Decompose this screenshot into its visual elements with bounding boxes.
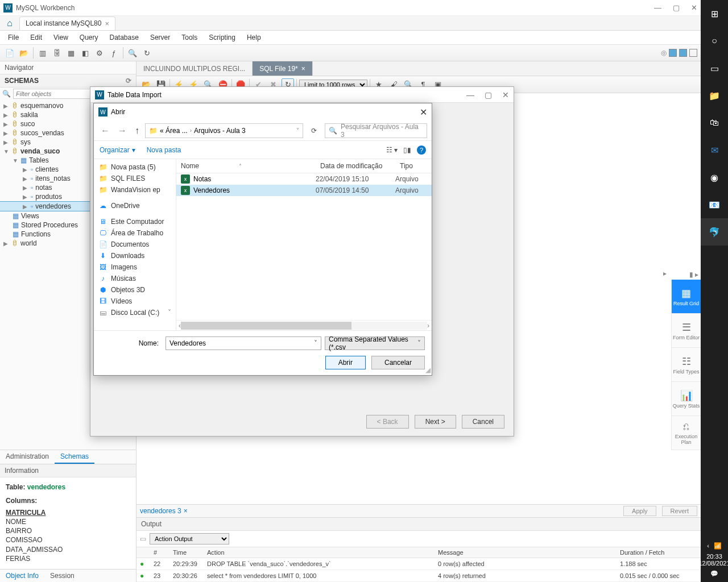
schema-item-active[interactable]: venda_suco (20, 147, 60, 155)
col-action[interactable]: Action (204, 547, 435, 558)
view-mode-icon[interactable]: ☷ ▾ (386, 146, 398, 154)
wizard-minimize-icon[interactable]: — (466, 90, 474, 99)
table-item[interactable]: produtos (35, 193, 62, 201)
views-node[interactable]: Views (21, 212, 39, 220)
schema-item[interactable]: world (20, 239, 37, 247)
col-duration[interactable]: Duration / Fetch (617, 547, 690, 558)
open-button[interactable]: Abrir (325, 356, 366, 369)
output-row[interactable]: ● 22 20:29:39 DROP TABLE `venda_suco`.`v… (136, 558, 701, 570)
sidebar-item[interactable]: SQL FILES (111, 174, 145, 182)
chevron-right-icon[interactable]: › (190, 127, 192, 134)
scroll-right-icon[interactable]: ▸ (663, 269, 667, 277)
help-icon[interactable]: ? (417, 146, 426, 155)
create-table-icon[interactable]: ▦ (65, 47, 77, 59)
panel-toggle-3[interactable] (689, 49, 697, 57)
wifi-icon[interactable]: 📶 (714, 542, 722, 550)
output-type-select[interactable]: Action Output (150, 533, 229, 544)
notification-icon[interactable]: 💬 (710, 570, 718, 577)
chevron-down-icon[interactable]: ˅ (296, 127, 299, 134)
sidepanel-grip[interactable]: ▮ ▸ (671, 269, 701, 280)
close-tab-icon[interactable]: × (184, 507, 188, 515)
sidebar-item[interactable]: Músicas (111, 275, 136, 282)
panel-toggle-2[interactable] (679, 49, 687, 57)
organize-menu[interactable]: Organizar▾ (100, 146, 135, 154)
table-item-selected[interactable]: vendedores (35, 202, 71, 210)
search-table-icon[interactable]: 🔍 (126, 47, 139, 59)
minimize-button[interactable]: — (654, 3, 661, 12)
sort-asc-icon[interactable]: ˄ (239, 163, 242, 169)
tables-node[interactable]: Tables (29, 156, 49, 164)
sidebar-item[interactable]: Documentos (111, 240, 149, 248)
result-grid-btn[interactable]: ▦Result Grid (671, 280, 701, 314)
menu-scripting[interactable]: Scripting (204, 32, 240, 43)
chevron-down-icon[interactable]: ˅ (168, 309, 171, 317)
sidebar-item[interactable]: Nova pasta (5) (111, 163, 156, 171)
create-func-icon[interactable]: ƒ (107, 47, 120, 59)
reconnect-icon[interactable]: ↻ (140, 47, 153, 59)
menu-query[interactable]: Query (75, 32, 103, 43)
schema-item[interactable]: sys (20, 138, 31, 146)
table-item[interactable]: clientes (35, 165, 59, 173)
wizard-maximize-icon[interactable]: ▢ (485, 90, 492, 99)
editor-tab[interactable]: INCLUINDO MULTIPLOS REGI... (136, 61, 253, 76)
start-button[interactable]: ⊞ (701, 0, 728, 27)
cancel-button[interactable]: Cancel (462, 415, 504, 429)
sidebar-item[interactable]: Imagens (111, 263, 137, 271)
menu-tools[interactable]: Tools (177, 32, 202, 43)
nav-back-icon[interactable]: ← (98, 126, 112, 136)
col-name[interactable]: Nome (181, 162, 199, 170)
tray-expand-icon[interactable]: ‹ (707, 542, 709, 550)
clock-date[interactable]: 12/08/2021 (698, 560, 728, 567)
form-editor-btn[interactable]: ☰Form Editor (671, 314, 701, 348)
resize-grip[interactable]: ◢ (425, 366, 431, 374)
filedlg-close-icon[interactable]: ✕ (420, 107, 427, 118)
create-proc-icon[interactable]: ⚙ (93, 47, 106, 59)
sidebar-item[interactable]: Vídeos (111, 297, 132, 305)
nav-up-icon[interactable]: ↑ (133, 126, 142, 136)
schema-item[interactable]: sucos_vendas (20, 129, 64, 137)
close-tab-icon[interactable]: × (105, 19, 109, 28)
next-button[interactable]: Next > (415, 415, 456, 429)
cancel-button[interactable]: Cancelar (371, 356, 425, 369)
funcs-node[interactable]: Functions (21, 230, 51, 238)
nav-tab-schemas[interactable]: Schemas (55, 450, 94, 464)
horizontal-scrollbar[interactable]: ‹ › (176, 320, 432, 330)
apply-button[interactable]: Apply (623, 506, 656, 516)
scrollbar-thumb[interactable] (181, 322, 351, 330)
home-button[interactable]: ⌂ (0, 16, 19, 31)
model-icon[interactable]: ▥ (36, 47, 49, 59)
table-item[interactable]: notas (35, 184, 52, 192)
sidebar-item[interactable]: WandaVision ep (111, 186, 160, 194)
procs-node[interactable]: Stored Procedures (21, 221, 78, 229)
schema-item[interactable]: suco (20, 120, 35, 128)
maximize-button[interactable]: ▢ (673, 3, 680, 12)
filetype-select[interactable]: Comma Separated Values (*.csv ˅ (325, 336, 425, 350)
file-row[interactable]: xNotas 22/04/2019 15:10 Arquivo (176, 173, 432, 185)
close-button[interactable]: ✕ (691, 3, 697, 12)
sidebar-item[interactable]: Área de Trabalho (111, 229, 163, 237)
chevron-down-icon[interactable]: ˅ (417, 339, 421, 347)
col-date[interactable]: Data de modificação (316, 159, 395, 173)
sidebar[interactable]: 📁Nova pasta (5) 📁SQL FILES 📁WandaVision … (94, 159, 176, 330)
store-icon[interactable]: 🛍 (701, 109, 728, 136)
sidebar-item[interactable]: Objetos 3D (111, 286, 145, 294)
field-types-btn[interactable]: ☷Field Types (671, 348, 701, 382)
breadcrumb-part[interactable]: Arquivos - Aula 3 (194, 127, 246, 135)
col-message[interactable]: Message (435, 547, 617, 558)
revert-button[interactable]: Revert (662, 506, 697, 516)
filename-input[interactable]: Vendedores ˅ (166, 336, 321, 350)
table-item[interactable]: itens_notas (35, 174, 70, 182)
editor-tab-active[interactable]: SQL File 19*× (253, 61, 313, 76)
clock-time[interactable]: 20:33 (706, 553, 722, 560)
preview-pane-icon[interactable]: ▯▮ (403, 146, 411, 154)
search-icon[interactable]: ○ (701, 27, 728, 55)
sidebar-item[interactable]: Downloads (111, 252, 144, 260)
create-schema-icon[interactable]: 🗄 (51, 47, 63, 59)
new-sql-tab-icon[interactable]: 📄 (3, 47, 16, 59)
sidebar-item-pc[interactable]: Este Computador (111, 218, 164, 226)
workbench-icon[interactable]: 🐬 (701, 218, 728, 246)
close-tab-icon[interactable]: × (301, 65, 305, 73)
execution-plan-btn[interactable]: ⎌Execution Plan (671, 416, 701, 450)
menu-view[interactable]: View (49, 32, 73, 43)
open-sql-icon[interactable]: 📂 (18, 47, 30, 59)
